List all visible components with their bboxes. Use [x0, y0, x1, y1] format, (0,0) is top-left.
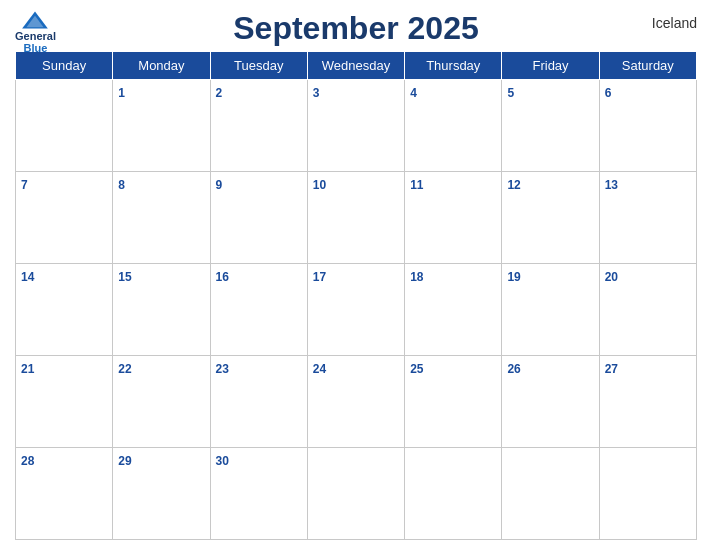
- day-number-17: 17: [313, 270, 326, 284]
- calendar-cell-w2-d5: 12: [502, 172, 599, 264]
- calendar-cell-w2-d4: 11: [405, 172, 502, 264]
- calendar-cell-w4-d3: 24: [307, 356, 404, 448]
- day-number-2: 2: [216, 86, 223, 100]
- calendar-cell-w3-d5: 19: [502, 264, 599, 356]
- calendar-cell-w4-d1: 22: [113, 356, 210, 448]
- calendar-cell-w1-d6: 6: [599, 80, 696, 172]
- day-number-1: 1: [118, 86, 125, 100]
- calendar-cell-w2-d3: 10: [307, 172, 404, 264]
- day-number-20: 20: [605, 270, 618, 284]
- country-label: Iceland: [652, 15, 697, 31]
- week-row-2: 78910111213: [16, 172, 697, 264]
- header-sunday: Sunday: [16, 52, 113, 80]
- calendar-cell-w2-d1: 8: [113, 172, 210, 264]
- calendar-cell-w2-d2: 9: [210, 172, 307, 264]
- calendar-cell-w1-d1: 1: [113, 80, 210, 172]
- calendar-cell-w4-d2: 23: [210, 356, 307, 448]
- calendar-cell-w5-d1: 29: [113, 448, 210, 540]
- day-number-21: 21: [21, 362, 34, 376]
- calendar-cell-w5-d0: 28: [16, 448, 113, 540]
- calendar-cell-w2-d0: 7: [16, 172, 113, 264]
- calendar-cell-w5-d5: [502, 448, 599, 540]
- calendar-cell-w3-d3: 17: [307, 264, 404, 356]
- day-number-30: 30: [216, 454, 229, 468]
- calendar-cell-w3-d1: 15: [113, 264, 210, 356]
- day-number-23: 23: [216, 362, 229, 376]
- calendar-cell-w1-d4: 4: [405, 80, 502, 172]
- calendar-body: 1234567891011121314151617181920212223242…: [16, 80, 697, 540]
- day-number-16: 16: [216, 270, 229, 284]
- day-number-3: 3: [313, 86, 320, 100]
- calendar-cell-w3-d0: 14: [16, 264, 113, 356]
- logo-general-text: General: [15, 30, 56, 42]
- day-number-19: 19: [507, 270, 520, 284]
- calendar-cell-w1-d5: 5: [502, 80, 599, 172]
- calendar-cell-w5-d6: [599, 448, 696, 540]
- week-row-3: 14151617181920: [16, 264, 697, 356]
- logo: General Blue: [15, 10, 56, 54]
- header-thursday: Thursday: [405, 52, 502, 80]
- week-row-5: 282930: [16, 448, 697, 540]
- day-number-27: 27: [605, 362, 618, 376]
- day-number-18: 18: [410, 270, 423, 284]
- calendar-title: September 2025: [233, 10, 478, 47]
- day-number-24: 24: [313, 362, 326, 376]
- weekday-header-row: Sunday Monday Tuesday Wednesday Thursday…: [16, 52, 697, 80]
- day-number-4: 4: [410, 86, 417, 100]
- day-number-5: 5: [507, 86, 514, 100]
- calendar-cell-w5-d3: [307, 448, 404, 540]
- day-number-28: 28: [21, 454, 34, 468]
- day-number-13: 13: [605, 178, 618, 192]
- week-row-1: 123456: [16, 80, 697, 172]
- header-wednesday: Wednesday: [307, 52, 404, 80]
- day-number-7: 7: [21, 178, 28, 192]
- header-saturday: Saturday: [599, 52, 696, 80]
- logo-icon: [20, 10, 50, 30]
- day-number-15: 15: [118, 270, 131, 284]
- day-number-10: 10: [313, 178, 326, 192]
- calendar-cell-w5-d2: 30: [210, 448, 307, 540]
- calendar-cell-w3-d4: 18: [405, 264, 502, 356]
- calendar-cell-w4-d5: 26: [502, 356, 599, 448]
- calendar-cell-w5-d4: [405, 448, 502, 540]
- calendar-cell-w4-d6: 27: [599, 356, 696, 448]
- calendar-cell-w4-d4: 25: [405, 356, 502, 448]
- day-number-8: 8: [118, 178, 125, 192]
- calendar-cell-w1-d3: 3: [307, 80, 404, 172]
- header-monday: Monday: [113, 52, 210, 80]
- calendar-header: General Blue September 2025 Iceland: [15, 10, 697, 47]
- logo-blue-text: Blue: [24, 42, 48, 54]
- day-number-26: 26: [507, 362, 520, 376]
- day-number-9: 9: [216, 178, 223, 192]
- calendar-cell-w3-d2: 16: [210, 264, 307, 356]
- calendar-cell-w1-d0: [16, 80, 113, 172]
- calendar-cell-w2-d6: 13: [599, 172, 696, 264]
- header-friday: Friday: [502, 52, 599, 80]
- day-number-14: 14: [21, 270, 34, 284]
- header-tuesday: Tuesday: [210, 52, 307, 80]
- calendar-table: Sunday Monday Tuesday Wednesday Thursday…: [15, 51, 697, 540]
- calendar-cell-w3-d6: 20: [599, 264, 696, 356]
- calendar-cell-w1-d2: 2: [210, 80, 307, 172]
- day-number-12: 12: [507, 178, 520, 192]
- calendar-cell-w4-d0: 21: [16, 356, 113, 448]
- day-number-11: 11: [410, 178, 423, 192]
- day-number-22: 22: [118, 362, 131, 376]
- week-row-4: 21222324252627: [16, 356, 697, 448]
- day-number-6: 6: [605, 86, 612, 100]
- day-number-29: 29: [118, 454, 131, 468]
- day-number-25: 25: [410, 362, 423, 376]
